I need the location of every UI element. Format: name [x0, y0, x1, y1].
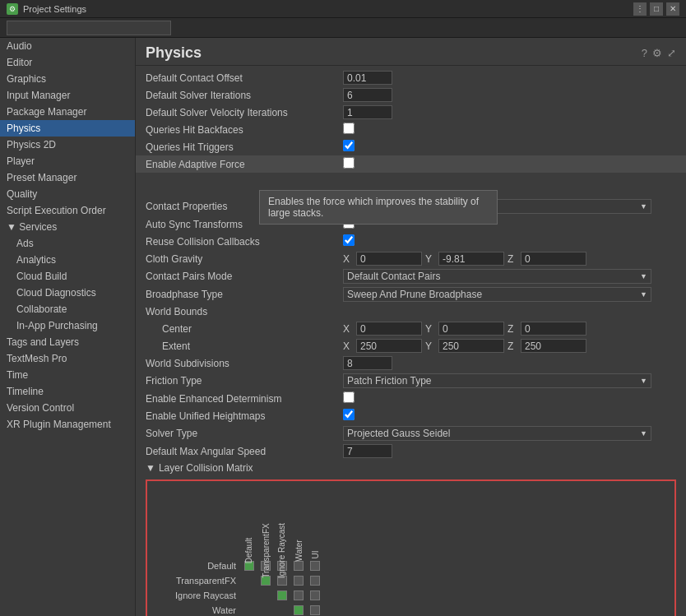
setting-queries-hit-backfaces: Queries Hit Backfaces — [136, 121, 686, 138]
setting-value — [343, 356, 676, 370]
sidebar-item-player[interactable]: Player — [0, 153, 135, 169]
search-input[interactable] — [7, 21, 171, 35]
sidebar-item-physics[interactable]: Physics — [0, 120, 135, 137]
contact-pairs-mode-dropdown[interactable]: Default Contact Pairs ▼ — [343, 269, 651, 284]
setting-label: Enable Enhanced Determinism — [146, 393, 343, 405]
maximize-button[interactable]: □ — [650, 2, 663, 16]
sidebar-item-package-manager[interactable]: Package Manager — [0, 104, 135, 120]
sidebar-item-input-manager[interactable]: Input Manager — [0, 87, 135, 104]
dropdown-arrow-icon: ▼ — [640, 202, 647, 211]
sidebar-item-xr[interactable]: XR Plugin Management — [0, 416, 135, 433]
sidebar-item-preset-manager[interactable]: Preset Manager — [0, 169, 135, 186]
sidebar-item-physics2d[interactable]: Physics 2D — [0, 137, 135, 153]
sidebar-item-ads[interactable]: Ads — [0, 235, 135, 252]
dropdown-arrow-icon: ▼ — [640, 429, 647, 438]
matrix-col-transparentfx: TransparentFX — [257, 484, 274, 558]
queries-hit-backfaces-checkbox[interactable] — [343, 123, 355, 134]
sidebar-item-textmesh-pro[interactable]: TextMesh Pro — [0, 350, 135, 367]
queries-hit-triggers-checkbox[interactable] — [343, 140, 355, 151]
enable-enhanced-determinism-checkbox[interactable] — [343, 391, 355, 403]
sidebar-item-iap[interactable]: In-App Purchasing — [0, 317, 135, 334]
setting-value: X Y Z — [343, 252, 676, 266]
enable-unified-heightmaps-checkbox[interactable] — [343, 409, 355, 420]
setting-queries-hit-triggers: Queries Hit Triggers — [136, 138, 686, 155]
sidebar-item-services[interactable]: ▼ Services — [0, 219, 135, 235]
matrix-col-ui: UI — [307, 484, 323, 558]
enable-adaptive-force-checkbox[interactable] — [343, 157, 355, 169]
sidebar-item-audio[interactable]: Audio — [0, 38, 135, 54]
default-solver-velocity-input[interactable] — [343, 105, 392, 119]
help-button[interactable]: ? — [642, 47, 647, 59]
dropdown-value: Default Contact Pairs — [347, 271, 440, 282]
setting-world-bounds-center: Center X Y Z — [136, 320, 686, 337]
close-button[interactable]: ✕ — [666, 2, 679, 16]
window-title: Project Settings — [23, 4, 86, 14]
center-x-input[interactable] — [356, 322, 422, 336]
world-subdivisions-input[interactable] — [343, 356, 392, 370]
setting-label: Solver Type — [146, 428, 343, 439]
friction-type-dropdown[interactable]: Patch Friction Type ▼ — [343, 373, 651, 388]
dropdown-arrow-icon: ▼ — [640, 272, 647, 280]
setting-value — [343, 391, 676, 405]
extent-z-input[interactable] — [521, 339, 586, 353]
setting-enable-adaptive-force: Enable Adaptive Force — [136, 155, 686, 173]
dropdown-value: Patch Friction Type — [347, 375, 432, 387]
row-label: Default — [151, 561, 241, 571]
sidebar-item-time[interactable]: Time — [0, 367, 135, 383]
more-options-button[interactable]: ⋮ — [633, 2, 647, 16]
settings-body: Default Contact Offset Default Solver It… — [136, 66, 686, 616]
matrix-checkbox[interactable] — [310, 605, 320, 615]
setting-label: Reuse Collision Callbacks — [146, 236, 343, 248]
cloth-gravity-y-input[interactable] — [438, 252, 504, 266]
title-bar: ⚙ Project Settings ⋮ □ ✕ — [0, 0, 686, 18]
extent-y-input[interactable] — [438, 339, 504, 353]
default-solver-iterations-input[interactable] — [343, 88, 392, 102]
expand-button[interactable]: ⤢ — [667, 47, 676, 59]
matrix-checkbox[interactable] — [294, 605, 304, 615]
matrix-checkbox[interactable] — [310, 561, 320, 571]
setting-world-subdivisions: World Subdivisions — [136, 354, 686, 372]
matrix-container: Default TransparentFX Ignore Raycast Wat… — [151, 484, 671, 616]
matrix-checkbox[interactable] — [310, 576, 320, 586]
setting-value: X Y Z — [343, 339, 676, 353]
dropdown-arrow-icon: ▼ — [640, 290, 647, 299]
sidebar-item-timeline[interactable]: Timeline — [0, 383, 135, 400]
setting-enable-unified-heightmaps: Enable Unified Heightmaps — [136, 407, 686, 424]
sidebar-item-graphics[interactable]: Graphics — [0, 71, 135, 87]
solver-type-dropdown[interactable]: Projected Gauss Seidel ▼ — [343, 426, 651, 441]
sidebar-item-collaborate[interactable]: Collaborate — [0, 301, 135, 317]
setting-label: Default Contact Offset — [146, 72, 343, 84]
setting-label: Default Solver Iterations — [146, 90, 343, 101]
matrix-checkbox[interactable] — [294, 561, 304, 571]
sidebar-item-cloud-diagnostics[interactable]: Cloud Diagnostics — [0, 285, 135, 301]
matrix-checkbox[interactable] — [277, 591, 287, 600]
world-bounds-center-xyz: X Y Z — [343, 322, 676, 336]
matrix-checkbox[interactable] — [294, 591, 304, 600]
extent-x-input[interactable] — [356, 339, 422, 353]
settings-button[interactable]: ⚙ — [652, 47, 662, 59]
sidebar-item-quality[interactable]: Quality — [0, 186, 135, 202]
matrix-cell — [241, 573, 257, 588]
reuse-collision-callbacks-checkbox[interactable] — [343, 234, 355, 246]
cloth-gravity-x-input[interactable] — [356, 252, 422, 266]
matrix-checkbox[interactable] — [294, 576, 304, 586]
sidebar-item-editor[interactable]: Editor — [0, 54, 135, 71]
sidebar-item-analytics[interactable]: Analytics — [0, 252, 135, 268]
matrix-col-water: Water — [290, 484, 307, 558]
setting-world-bounds-header: World Bounds — [136, 303, 686, 320]
dropdown-value: Sweep And Prune Broadphase — [347, 289, 482, 300]
center-z-input[interactable] — [521, 322, 586, 336]
broadphase-type-dropdown[interactable]: Sweep And Prune Broadphase ▼ — [343, 287, 651, 302]
setting-default-solver-velocity: Default Solver Velocity Iterations — [136, 104, 686, 121]
sidebar-item-cloud-build[interactable]: Cloud Build — [0, 268, 135, 285]
sidebar-item-version-control[interactable]: Version Control — [0, 400, 135, 416]
center-y-input[interactable] — [438, 322, 504, 336]
default-contact-offset-input[interactable] — [343, 71, 392, 85]
layer-collision-matrix: Default TransparentFX Ignore Raycast Wat… — [146, 479, 676, 616]
setting-value: Projected Gauss Seidel ▼ — [343, 426, 676, 441]
default-max-angular-speed-input[interactable] — [343, 444, 392, 458]
matrix-checkbox[interactable] — [310, 591, 320, 600]
sidebar-item-tags-layers[interactable]: Tags and Layers — [0, 334, 135, 350]
sidebar-item-script-execution[interactable]: Script Execution Order — [0, 202, 135, 219]
cloth-gravity-z-input[interactable] — [521, 252, 586, 266]
